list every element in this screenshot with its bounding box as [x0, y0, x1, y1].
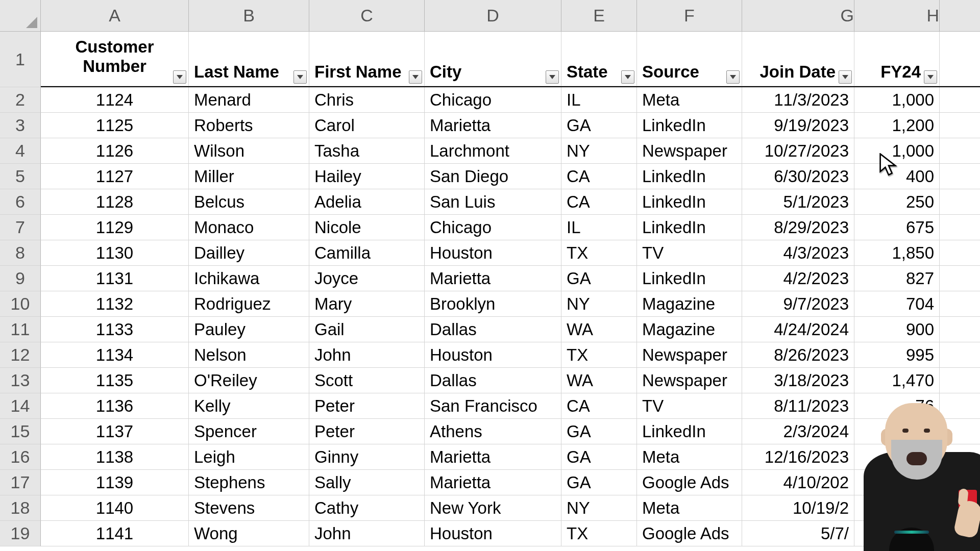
cell-first-name[interactable]: Peter [309, 419, 425, 444]
cell-fy24[interactable]: 827 [854, 266, 940, 291]
cell-join-date[interactable]: 11/3/2023 [742, 87, 854, 113]
cell-state[interactable]: NY [561, 138, 637, 164]
row-header-6[interactable]: 6 [0, 189, 41, 215]
filter-dropdown-icon[interactable] [409, 70, 422, 84]
cell-blank[interactable] [940, 266, 980, 291]
cell-first-name[interactable]: John [309, 342, 425, 368]
cell-customer-number[interactable]: 1130 [41, 240, 189, 266]
hdr-first-name[interactable]: First Name [309, 32, 425, 86]
row-header-11[interactable]: 11 [0, 317, 41, 342]
cell-customer-number[interactable]: 1128 [41, 189, 189, 215]
cell-last-name[interactable]: Monaco [189, 215, 309, 240]
cell-last-name[interactable]: Wilson [189, 138, 309, 164]
cell-blank[interactable] [940, 215, 980, 240]
cell-last-name[interactable]: Pauley [189, 317, 309, 342]
cell-customer-number[interactable]: 1134 [41, 342, 189, 368]
cell-fy24[interactable]: 704 [854, 291, 940, 317]
cell-last-name[interactable]: Roberts [189, 113, 309, 138]
cell-city[interactable]: Dallas [425, 368, 561, 393]
cell-first-name[interactable]: Gail [309, 317, 425, 342]
cell-first-name[interactable]: Cathy [309, 495, 425, 521]
cell-join-date[interactable]: 9/7/2023 [742, 291, 854, 317]
row-header-3[interactable]: 3 [0, 113, 41, 138]
cell-blank[interactable] [940, 240, 980, 266]
cell-join-date[interactable]: 9/19/2023 [742, 113, 854, 138]
cell-customer-number[interactable]: 1124 [41, 87, 189, 113]
row-header-1[interactable]: 1 [0, 32, 41, 87]
cell-state[interactable]: GA [561, 470, 637, 495]
cell-first-name[interactable]: Adelia [309, 189, 425, 215]
cell-first-name[interactable]: John [309, 521, 425, 546]
cell-city[interactable]: New York [425, 495, 561, 521]
blank-header[interactable] [940, 32, 980, 86]
cell-blank[interactable] [940, 368, 980, 393]
select-all-corner[interactable] [0, 0, 41, 32]
cell-blank[interactable] [940, 317, 980, 342]
cell-city[interactable]: Houston [425, 521, 561, 546]
cell-first-name[interactable]: Sally [309, 470, 425, 495]
cell-customer-number[interactable]: 1127 [41, 164, 189, 189]
cell-state[interactable]: WA [561, 317, 637, 342]
cell-state[interactable]: IL [561, 215, 637, 240]
cell-join-date[interactable]: 8/26/2023 [742, 342, 854, 368]
filter-dropdown-icon[interactable] [293, 70, 307, 84]
cell-customer-number[interactable]: 1140 [41, 495, 189, 521]
cell-blank[interactable] [940, 342, 980, 368]
cell-last-name[interactable]: Stevens [189, 495, 309, 521]
cell-fy24[interactable]: 250 [854, 189, 940, 215]
cell-last-name[interactable]: Dailley [189, 240, 309, 266]
row-header-2[interactable]: 2 [0, 87, 41, 113]
cell-city[interactable]: Marietta [425, 444, 561, 470]
cell-blank[interactable] [940, 113, 980, 138]
cell-source[interactable]: Meta [637, 444, 742, 470]
cell-join-date[interactable]: 4/3/2023 [742, 240, 854, 266]
cell-city[interactable]: Marietta [425, 266, 561, 291]
cell-source[interactable]: LinkedIn [637, 113, 742, 138]
cell-source[interactable]: LinkedIn [637, 266, 742, 291]
cell-city[interactable]: Brooklyn [425, 291, 561, 317]
cell-join-date[interactable]: 8/11/2023 [742, 393, 854, 419]
cell-fy24[interactable]: 1,000 [854, 87, 940, 113]
col-header-C[interactable]: C [309, 0, 425, 32]
cell-blank[interactable] [940, 164, 980, 189]
cell-source[interactable]: Google Ads [637, 470, 742, 495]
col-header-H[interactable]: H [854, 0, 940, 32]
cell-city[interactable]: Houston [425, 240, 561, 266]
cell-customer-number[interactable]: 1133 [41, 317, 189, 342]
col-header-E[interactable]: E [561, 0, 637, 32]
hdr-state[interactable]: State [561, 32, 637, 86]
cell-join-date[interactable]: 5/7/ [742, 521, 854, 546]
cell-first-name[interactable]: Tasha [309, 138, 425, 164]
cell-city[interactable]: Larchmont [425, 138, 561, 164]
cell-last-name[interactable]: Stephens [189, 470, 309, 495]
col-header-D[interactable]: D [425, 0, 561, 32]
col-header-B[interactable]: B [189, 0, 309, 32]
cell-customer-number[interactable]: 1132 [41, 291, 189, 317]
cell-source[interactable]: LinkedIn [637, 419, 742, 444]
col-header-I[interactable] [940, 0, 980, 32]
cell-source[interactable]: Google Ads [637, 521, 742, 546]
cell-state[interactable]: GA [561, 266, 637, 291]
cell-last-name[interactable]: Rodriguez [189, 291, 309, 317]
cell-state[interactable]: CA [561, 164, 637, 189]
row-header-14[interactable]: 14 [0, 393, 41, 419]
cell-first-name[interactable]: Joyce [309, 266, 425, 291]
cell-first-name[interactable]: Scott [309, 368, 425, 393]
cell-city[interactable]: Houston [425, 342, 561, 368]
cell-fy24[interactable]: 675 [854, 215, 940, 240]
cell-first-name[interactable]: Chris [309, 87, 425, 113]
row-header-18[interactable]: 18 [0, 495, 41, 521]
cell-state[interactable]: GA [561, 113, 637, 138]
col-header-A[interactable]: A [41, 0, 189, 32]
cell-source[interactable]: LinkedIn [637, 164, 742, 189]
cell-blank[interactable] [940, 291, 980, 317]
cell-fy24[interactable]: 1,200 [854, 113, 940, 138]
cell-join-date[interactable]: 12/16/2023 [742, 444, 854, 470]
cell-join-date[interactable]: 6/30/2023 [742, 164, 854, 189]
row-header-5[interactable]: 5 [0, 164, 41, 189]
cell-customer-number[interactable]: 1135 [41, 368, 189, 393]
hdr-city[interactable]: City [425, 32, 561, 86]
row-header-4[interactable]: 4 [0, 138, 41, 164]
cell-customer-number[interactable]: 1131 [41, 266, 189, 291]
cell-customer-number[interactable]: 1137 [41, 419, 189, 444]
